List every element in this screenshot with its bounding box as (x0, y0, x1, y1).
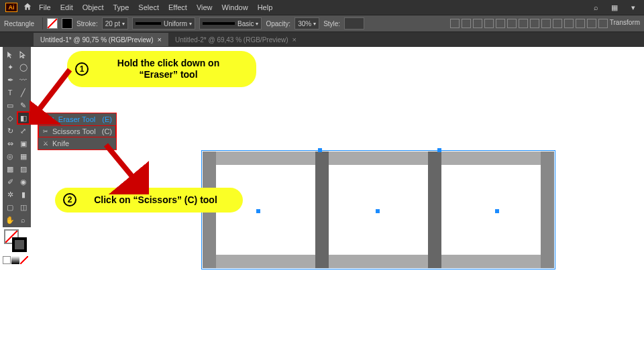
paintbrush-tool-icon[interactable]: ✎ (17, 99, 30, 111)
gradient-tool-icon[interactable]: ▨ (17, 163, 30, 175)
svg-line-0 (34, 70, 70, 117)
slice-tool-icon[interactable]: ◫ (17, 201, 30, 213)
arrange-icon[interactable]: ▾ (628, 2, 639, 13)
transform-link[interactable]: Transform (610, 19, 640, 28)
align-icon[interactable] (553, 19, 562, 28)
align-icon[interactable] (462, 19, 471, 28)
stroke-box-icon[interactable] (12, 237, 27, 252)
type-tool-icon[interactable]: T (4, 86, 16, 99)
document-tab-inactive[interactable]: Untitled-2* @ 69,43 % (RGB/Preview)× (168, 33, 303, 46)
close-icon[interactable]: × (292, 36, 297, 44)
align-icon[interactable] (496, 19, 505, 28)
tools-panel: ✦ ◯ ✒ 〰 T ╱ ▭ ✎ ◇ ◧ ↻ ⤢ ⇔ ▣ ◎ ▦ ▩ ▨ ✐ ◉ … (3, 47, 31, 227)
align-icon[interactable] (484, 19, 494, 28)
width-tool-icon[interactable]: ⇔ (4, 137, 16, 149)
menu-edit[interactable]: Edit (60, 3, 73, 11)
stroke-swatch[interactable] (62, 18, 72, 29)
menu-effect[interactable]: Effect (168, 3, 187, 11)
menu-window[interactable]: Window (222, 3, 248, 11)
opacity-field[interactable]: 30%▾ (294, 17, 319, 29)
rotate-tool-icon[interactable]: ↻ (4, 125, 16, 137)
artboard-shapes (203, 152, 554, 268)
stroke-profile[interactable]: Uniform▾ (132, 17, 195, 29)
svg-line-1 (106, 145, 138, 184)
pen-tool-icon[interactable]: ✒ (4, 74, 16, 86)
stroke-label: Stroke: (76, 20, 98, 27)
scissors-icon: ✂ (42, 128, 49, 135)
align-icon[interactable] (576, 19, 585, 28)
brush-definition[interactable]: Basic▾ (199, 17, 262, 29)
annotation-callout-1: 1 Hold the click down on“Eraser” tool (67, 51, 256, 87)
annotation-number: 1 (75, 62, 89, 76)
annotation-callout-2: 2 Click on “Scissors” (C) tool (55, 188, 243, 213)
align-icon[interactable] (473, 19, 482, 28)
menubar: Ai File Edit Object Type Select Effect V… (0, 0, 644, 15)
selection-handle[interactable] (256, 209, 260, 213)
eyedropper-tool-icon[interactable]: ✐ (4, 176, 16, 188)
search-icon[interactable]: ⌕ (590, 2, 601, 13)
direct-selection-tool-icon[interactable] (17, 48, 30, 60)
flyout-scissors-tool[interactable]: ✂ Scissors Tool(C) (38, 125, 116, 137)
align-icon[interactable] (541, 19, 551, 28)
document-tab-bar: Untitled-1* @ 90,75 % (RGB/Preview)× Unt… (0, 32, 644, 47)
fill-stroke-indicator[interactable] (3, 228, 31, 252)
line-tool-icon[interactable]: ╱ (17, 86, 30, 99)
eraser-tool-icon[interactable]: ◧ (17, 112, 30, 124)
lasso-tool-icon[interactable]: ◯ (17, 61, 30, 73)
align-icon[interactable] (507, 19, 517, 28)
perspective-grid-icon[interactable]: ▦ (17, 150, 30, 162)
workspace-icon[interactable]: ▦ (609, 2, 620, 13)
knife-icon: ⚔ (42, 140, 49, 147)
scale-tool-icon[interactable]: ⤢ (17, 125, 30, 137)
blend-tool-icon[interactable]: ◉ (17, 176, 30, 188)
menu-view[interactable]: View (197, 3, 213, 11)
none-mode-icon[interactable] (20, 256, 28, 264)
menu-type[interactable]: Type (113, 3, 129, 11)
annotation-number: 2 (63, 193, 76, 206)
annotation-arrow-icon (30, 64, 76, 125)
menu-help[interactable]: Help (258, 3, 273, 11)
style-swatch[interactable] (344, 17, 364, 29)
curvature-tool-icon[interactable]: 〰 (17, 74, 30, 86)
align-icon[interactable] (598, 19, 608, 28)
stroke-weight-field[interactable]: 20 pt▾ (102, 17, 128, 29)
align-icon[interactable] (564, 19, 574, 28)
active-tool-label: Rectangle (4, 20, 34, 27)
selection-handle[interactable] (376, 209, 380, 213)
hand-tool-icon[interactable]: ✋ (4, 214, 16, 226)
align-icon[interactable] (587, 19, 596, 28)
align-cluster: Transform (450, 19, 640, 28)
selection-handle[interactable] (437, 148, 441, 152)
close-icon[interactable]: × (158, 36, 162, 44)
shaper-tool-icon[interactable]: ◇ (4, 112, 16, 124)
align-icon[interactable] (519, 19, 528, 28)
menu-file[interactable]: File (39, 3, 51, 11)
menu-select[interactable]: Select (138, 3, 159, 11)
align-icon[interactable] (530, 19, 539, 28)
artboard-tool-icon[interactable]: ▢ (4, 201, 16, 213)
control-bar: Rectangle Stroke: 20 pt▾ Uniform▾ Basic▾… (0, 15, 644, 32)
document-tab-active[interactable]: Untitled-1* @ 90,75 % (RGB/Preview)× (34, 33, 168, 46)
rectangle-tool-icon[interactable]: ▭ (4, 99, 16, 111)
selection-tool-icon[interactable] (4, 48, 16, 60)
mesh-tool-icon[interactable]: ▩ (4, 163, 16, 175)
opacity-label: Opacity: (266, 20, 290, 27)
color-mode-icon[interactable] (3, 256, 11, 264)
gradient-mode-icon[interactable] (11, 256, 19, 264)
fill-swatch[interactable] (47, 18, 58, 29)
menu-object[interactable]: Object (83, 3, 104, 11)
annotation-arrow-icon (102, 141, 149, 194)
column-graph-icon[interactable]: ▮ (17, 188, 30, 200)
selection-handle[interactable] (318, 148, 322, 152)
color-mode-row (3, 256, 28, 264)
align-icon[interactable] (450, 19, 460, 28)
shape-builder-icon[interactable]: ◎ (4, 150, 16, 162)
home-icon[interactable] (23, 2, 32, 13)
zoom-tool-icon[interactable]: ⌕ (17, 214, 30, 226)
symbol-sprayer-icon[interactable]: ✲ (4, 188, 16, 200)
magic-wand-icon[interactable]: ✦ (4, 61, 16, 73)
app-logo-icon: Ai (5, 3, 17, 12)
selection-handle[interactable] (495, 209, 499, 213)
free-transform-icon[interactable]: ▣ (17, 137, 30, 149)
style-label: Style: (323, 20, 340, 27)
